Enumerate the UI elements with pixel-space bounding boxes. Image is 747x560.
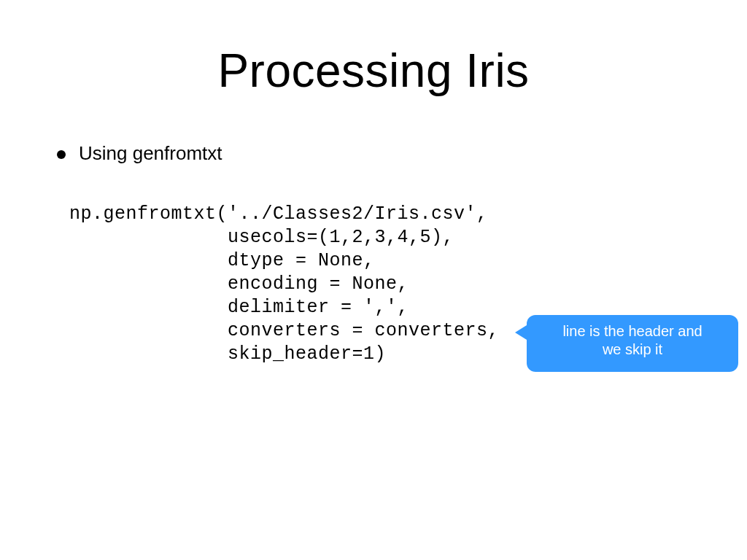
bullet-text: Using genfromtxt: [79, 142, 222, 165]
callout-arrow-icon: [515, 325, 527, 340]
code-block: np.genfromtxt('../Classes2/Iris.csv', us…: [69, 203, 499, 366]
slide-title: Processing Iris: [0, 44, 747, 98]
slide: Processing Iris Using genfromtxt np.genf…: [0, 0, 747, 560]
bullet-dot-icon: [57, 150, 66, 159]
callout-line-2: we skip it: [535, 341, 729, 359]
bullet-item: Using genfromtxt: [57, 142, 222, 165]
callout-box: line is the header and we skip it: [527, 315, 738, 372]
callout-line-1: line is the header and: [535, 322, 729, 341]
